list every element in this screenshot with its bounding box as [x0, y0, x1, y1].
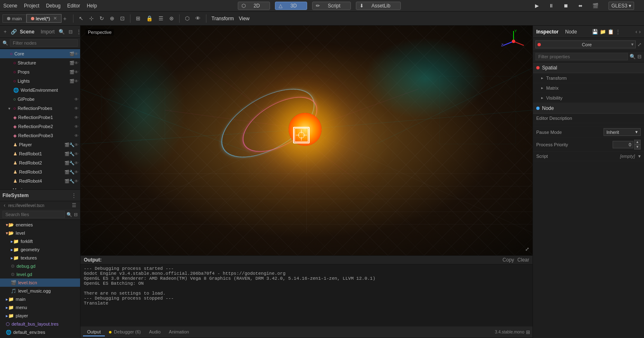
tree-eye-icon-player[interactable]: 👁 — [74, 143, 78, 147]
scene-search-button[interactable]: 🔍 — [57, 29, 66, 35]
tree-eye-icon-reflprobes[interactable]: 👁 — [74, 106, 78, 111]
tree-item-reflprobe3[interactable]: ◈ ReflectionProbe3 👁 — [0, 131, 80, 140]
snap-tool[interactable]: ⊞ — [134, 14, 142, 23]
tree-eye-icon-redrobot2[interactable]: 👁 — [74, 161, 78, 165]
bones-tool[interactable]: ⊛ — [167, 14, 176, 23]
inspector-save-icon[interactable]: 💾 — [592, 29, 598, 35]
tree-eye-icon-giprobe[interactable]: 👁 — [74, 97, 78, 102]
tree-item-lights[interactable]: ○ Lights 🎬 👁 — [0, 76, 80, 86]
tree-eye-icon-reflprobe1[interactable]: 👁 — [74, 115, 78, 120]
process-priority-input[interactable] — [613, 141, 633, 148]
tree-eye-icon-redrobot3[interactable]: 👁 — [74, 170, 78, 174]
remote-button[interactable]: ⬌ — [578, 3, 582, 9]
stop-button[interactable]: ⏹ — [564, 3, 568, 9]
menu-editor[interactable]: Editor — [67, 3, 80, 9]
inspector-ext-icon[interactable]: ⤢ — [637, 42, 642, 48]
fs-item-level-gd[interactable]: ⚙ level.gd — [0, 270, 80, 278]
fs-item-default-env[interactable]: 🌐 default_env.tres — [0, 328, 80, 336]
menu-help[interactable]: Help — [87, 3, 97, 9]
tree-eye-icon-lights[interactable]: 👁 — [74, 79, 78, 83]
pause-mode-dropdown[interactable]: Inherit ▾ — [604, 128, 641, 136]
filter-search-icon[interactable]: 🔍 — [630, 54, 636, 60]
inspector-options-icon[interactable]: ⋮ — [616, 29, 620, 35]
fs-search-input[interactable] — [2, 211, 65, 218]
fs-item-level-folder[interactable]: ▾📂 level — [0, 229, 80, 237]
section-node[interactable]: Node — [533, 103, 644, 114]
output-tab-debugger[interactable]: Debugger (6) — [105, 328, 145, 336]
inspector-nav-next[interactable]: › — [639, 29, 641, 35]
tree-eye-icon-redrobot1[interactable]: 👁 — [74, 152, 78, 156]
select-tool[interactable]: ↖ — [77, 14, 85, 23]
fs-item-geometry[interactable]: ▸📁 geometry — [0, 245, 80, 254]
spin-down-button[interactable]: ▼ — [634, 145, 641, 150]
tree-item-redrobot4[interactable]: ♟ RedRobot4 🎬 🔧 👁 — [0, 176, 80, 186]
menu-scene[interactable]: Scene — [3, 3, 17, 9]
inspector-folder-icon[interactable]: 📁 — [600, 29, 606, 35]
scene-link-icon[interactable]: 🔗 — [9, 29, 18, 35]
fs-item-icon-png[interactable]: 🖼 icon.png — [0, 336, 80, 338]
tree-eye-icon-reflprobe2[interactable]: 👁 — [74, 124, 78, 129]
scene-import-label[interactable]: Import — [39, 29, 56, 35]
tree-item-music[interactable]: ○ Music — [0, 186, 80, 189]
btn-2d[interactable]: ⬡ 2D — [238, 2, 270, 10]
lock-tool[interactable]: 🔒 — [144, 14, 155, 23]
pause-button[interactable]: ⏸ — [549, 3, 554, 9]
menu-project[interactable]: Project — [24, 3, 39, 9]
fs-item-textures[interactable]: ▸📁 textures — [0, 254, 80, 262]
tree-item-player[interactable]: ♟ Player 🎬 🔧 👁 — [0, 140, 80, 149]
output-tab-output[interactable]: Output — [83, 328, 105, 336]
clear-button[interactable]: Clear — [517, 257, 529, 263]
local-transform-tool[interactable]: ⊡ — [118, 14, 127, 23]
fs-item-menu[interactable]: ▸📁 menu — [0, 303, 80, 312]
viewport-option[interactable]: ⬡ — [183, 14, 192, 23]
scene-add-icon[interactable]: + — [2, 29, 8, 35]
filter-properties-input[interactable] — [535, 53, 628, 60]
tree-item-core[interactable]: ○ Core 🎬 👁 — [0, 49, 80, 58]
fs-item-player-folder[interactable]: ▸📁 player — [0, 312, 80, 320]
viewport[interactable]: Perspective Y Z ⤢ — [80, 26, 533, 255]
prop-visibility[interactable]: ▸ Visibility — [533, 93, 644, 103]
fs-item-level-music[interactable]: 🎵 level_music.ogg — [0, 287, 80, 295]
tab-main[interactable]: main — [2, 14, 26, 23]
rotate-tool[interactable]: ↻ — [97, 14, 106, 23]
fs-item-debug-gd[interactable]: ⚙ debug.gd — [0, 262, 80, 270]
tree-item-redrobot3[interactable]: ♟ RedRobot3 🎬 🔧 👁 — [0, 167, 80, 176]
fs-back-button[interactable]: ‹ — [2, 202, 7, 209]
prop-transform[interactable]: ▸ Transform — [533, 73, 644, 83]
group-tool[interactable]: ☰ — [156, 14, 166, 23]
tree-item-reflprobe2[interactable]: ◈ ReflectionProbe2 👁 — [0, 122, 80, 131]
tree-item-reflprobe1[interactable]: ◈ ReflectionProbe1 👁 — [0, 113, 80, 122]
inspector-copy-icon[interactable]: 📋 — [608, 29, 614, 35]
tree-eye-icon-reflprobe3[interactable]: 👁 — [74, 133, 78, 138]
section-spatial[interactable]: Spatial — [533, 62, 644, 73]
viewport-expand-button[interactable]: ⤢ — [525, 246, 529, 252]
scene-filter-button[interactable]: ⊟ — [67, 29, 74, 35]
btn-script[interactable]: ✏ Script — [312, 2, 351, 10]
scale-tool[interactable]: ⊕ — [108, 14, 116, 23]
prop-matrix[interactable]: ▸ Matrix — [533, 83, 644, 93]
tree-item-props[interactable]: ○ Props 🎬 👁 — [0, 67, 80, 76]
tree-eye-icon-props[interactable]: 👁 — [74, 70, 78, 74]
btn-3d[interactable]: △ 3D — [275, 2, 307, 10]
copy-button[interactable]: Copy — [502, 257, 514, 263]
tree-item-reflprobes[interactable]: ▾ ○ ReflectionProbes 👁 — [0, 104, 80, 113]
fs-item-main[interactable]: ▸📁 main — [0, 295, 80, 303]
tree-item-structure[interactable]: ○ Structure 🎬 👁 — [0, 58, 80, 67]
add-tab-button[interactable]: + — [63, 15, 66, 22]
scene-options-button[interactable]: ⋮ — [75, 29, 80, 35]
inspector-nav-prev[interactable]: ‹ — [635, 29, 637, 35]
fs-item-level-tscn[interactable]: 🎬 level.tscn — [0, 278, 80, 287]
inspector-tab-node[interactable]: Node — [565, 29, 577, 35]
version-grid-icon[interactable]: ⊞ — [526, 329, 530, 335]
btn-assetlib[interactable]: ⬇ AssetLib — [356, 2, 401, 10]
fs-item-enemies[interactable]: ▾📂 enemies — [0, 221, 80, 229]
fs-options-button[interactable]: ⋮ — [70, 192, 78, 199]
tab-close-button[interactable]: ✕ — [53, 16, 57, 21]
tree-item-worldenv[interactable]: 🌐 WorldEnvironment — [0, 86, 80, 95]
movie-button[interactable]: 🎬 — [592, 3, 599, 9]
filter-options-icon[interactable]: ⊟ — [637, 54, 642, 60]
gles-badge[interactable]: GLES3 ▾ — [608, 2, 634, 10]
node-select-dropdown[interactable]: Core ▾ — [535, 40, 636, 48]
output-tab-animation[interactable]: Animation — [165, 328, 193, 336]
fs-item-default-bus[interactable]: ⬡ default_bus_layout.tres — [0, 320, 80, 328]
